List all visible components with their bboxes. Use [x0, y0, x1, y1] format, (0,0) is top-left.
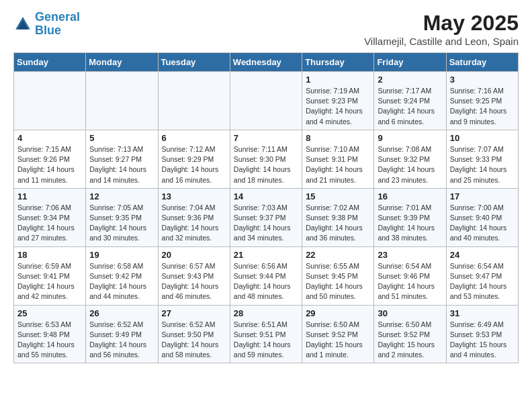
th-monday: Monday — [86, 53, 158, 72]
day-number: 1 — [306, 75, 370, 85]
calendar-cell-w3-d2: 12Sunrise: 7:05 AM Sunset: 9:35 PM Dayli… — [86, 188, 158, 246]
logo-text: General Blue — [35, 11, 80, 38]
day-number: 21 — [234, 250, 298, 260]
logo: General Blue — [13, 11, 80, 38]
day-info: Sunrise: 7:02 AM Sunset: 9:38 PM Dayligh… — [306, 203, 370, 244]
th-tuesday: Tuesday — [158, 53, 230, 72]
calendar-cell-w2-d6: 9Sunrise: 7:08 AM Sunset: 9:32 PM Daylig… — [374, 130, 446, 188]
day-number: 27 — [162, 308, 226, 318]
day-info: Sunrise: 7:16 AM Sunset: 9:25 PM Dayligh… — [450, 86, 515, 127]
day-info: Sunrise: 7:07 AM Sunset: 9:33 PM Dayligh… — [450, 144, 515, 185]
day-number: 3 — [450, 75, 515, 85]
logo-line1: General — [35, 10, 80, 24]
calendar: Sunday Monday Tuesday Wednesday Thursday… — [13, 52, 519, 363]
calendar-cell-w2-d7: 10Sunrise: 7:07 AM Sunset: 9:33 PM Dayli… — [446, 130, 518, 188]
calendar-cell-w2-d1: 4Sunrise: 7:15 AM Sunset: 9:26 PM Daylig… — [14, 130, 86, 188]
day-number: 11 — [17, 191, 82, 201]
day-info: Sunrise: 7:11 AM Sunset: 9:30 PM Dayligh… — [234, 144, 298, 185]
day-info: Sunrise: 7:12 AM Sunset: 9:29 PM Dayligh… — [162, 144, 226, 185]
day-number: 5 — [89, 133, 154, 143]
day-number: 17 — [450, 191, 515, 201]
calendar-cell-w2-d5: 8Sunrise: 7:10 AM Sunset: 9:31 PM Daylig… — [302, 130, 374, 188]
day-info: Sunrise: 7:04 AM Sunset: 9:36 PM Dayligh… — [162, 203, 226, 244]
title-block: May 2025 Villamejil, Castille and Leon, … — [364, 11, 519, 47]
calendar-cell-w3-d7: 17Sunrise: 7:00 AM Sunset: 9:40 PM Dayli… — [446, 188, 518, 246]
calendar-cell-w4-d5: 22Sunrise: 6:55 AM Sunset: 9:45 PM Dayli… — [302, 246, 374, 305]
calendar-cell-w4-d4: 21Sunrise: 6:56 AM Sunset: 9:44 PM Dayli… — [230, 246, 302, 305]
calendar-week-1: 1Sunrise: 7:19 AM Sunset: 9:23 PM Daylig… — [14, 72, 519, 130]
calendar-cell-w5-d4: 28Sunrise: 6:51 AM Sunset: 9:51 PM Dayli… — [230, 305, 302, 363]
day-info: Sunrise: 6:49 AM Sunset: 9:53 PM Dayligh… — [450, 320, 515, 361]
day-info: Sunrise: 7:15 AM Sunset: 9:26 PM Dayligh… — [17, 144, 82, 185]
day-number: 18 — [17, 250, 82, 260]
day-info: Sunrise: 7:05 AM Sunset: 9:35 PM Dayligh… — [89, 203, 154, 244]
day-info: Sunrise: 6:56 AM Sunset: 9:44 PM Dayligh… — [234, 261, 298, 302]
calendar-cell-w5-d5: 29Sunrise: 6:50 AM Sunset: 9:52 PM Dayli… — [302, 305, 374, 363]
calendar-cell-w1-d2 — [86, 72, 158, 130]
calendar-cell-w5-d2: 26Sunrise: 6:52 AM Sunset: 9:49 PM Dayli… — [86, 305, 158, 363]
day-number: 6 — [162, 133, 226, 143]
calendar-cell-w4-d7: 24Sunrise: 6:54 AM Sunset: 9:47 PM Dayli… — [446, 246, 518, 305]
calendar-cell-w3-d5: 15Sunrise: 7:02 AM Sunset: 9:38 PM Dayli… — [302, 188, 374, 246]
day-info: Sunrise: 7:00 AM Sunset: 9:40 PM Dayligh… — [450, 203, 515, 244]
calendar-cell-w1-d5: 1Sunrise: 7:19 AM Sunset: 9:23 PM Daylig… — [302, 72, 374, 130]
day-number: 4 — [17, 133, 82, 143]
day-info: Sunrise: 7:06 AM Sunset: 9:34 PM Dayligh… — [17, 203, 82, 244]
calendar-week-2: 4Sunrise: 7:15 AM Sunset: 9:26 PM Daylig… — [14, 130, 519, 188]
day-number: 14 — [234, 191, 298, 201]
day-info: Sunrise: 6:54 AM Sunset: 9:46 PM Dayligh… — [378, 261, 442, 302]
calendar-cell-w3-d6: 16Sunrise: 7:01 AM Sunset: 9:39 PM Dayli… — [374, 188, 446, 246]
day-info: Sunrise: 7:03 AM Sunset: 9:37 PM Dayligh… — [234, 203, 298, 244]
th-saturday: Saturday — [446, 53, 518, 72]
day-info: Sunrise: 6:52 AM Sunset: 9:50 PM Dayligh… — [162, 320, 226, 361]
day-number: 9 — [378, 133, 442, 143]
month-title: May 2025 — [364, 11, 519, 36]
day-number: 8 — [306, 133, 370, 143]
day-info: Sunrise: 7:13 AM Sunset: 9:27 PM Dayligh… — [89, 144, 154, 185]
day-number: 12 — [89, 191, 154, 201]
day-number: 20 — [162, 250, 226, 260]
day-number: 30 — [378, 308, 442, 318]
calendar-cell-w3-d1: 11Sunrise: 7:06 AM Sunset: 9:34 PM Dayli… — [14, 188, 86, 246]
day-info: Sunrise: 6:52 AM Sunset: 9:49 PM Dayligh… — [89, 320, 154, 361]
day-info: Sunrise: 6:53 AM Sunset: 9:48 PM Dayligh… — [17, 320, 82, 361]
calendar-cell-w1-d6: 2Sunrise: 7:17 AM Sunset: 9:24 PM Daylig… — [374, 72, 446, 130]
calendar-cell-w5-d3: 27Sunrise: 6:52 AM Sunset: 9:50 PM Dayli… — [158, 305, 230, 363]
calendar-cell-w3-d4: 14Sunrise: 7:03 AM Sunset: 9:37 PM Dayli… — [230, 188, 302, 246]
day-info: Sunrise: 7:01 AM Sunset: 9:39 PM Dayligh… — [378, 203, 442, 244]
day-number: 13 — [162, 191, 226, 201]
day-number: 28 — [234, 308, 298, 318]
calendar-cell-w2-d3: 6Sunrise: 7:12 AM Sunset: 9:29 PM Daylig… — [158, 130, 230, 188]
day-info: Sunrise: 7:08 AM Sunset: 9:32 PM Dayligh… — [378, 144, 442, 185]
header-row: Sunday Monday Tuesday Wednesday Thursday… — [14, 53, 519, 72]
day-info: Sunrise: 7:10 AM Sunset: 9:31 PM Dayligh… — [306, 144, 370, 185]
day-number: 26 — [89, 308, 154, 318]
calendar-cell-w1-d3 — [158, 72, 230, 130]
day-number: 10 — [450, 133, 515, 143]
day-number: 19 — [89, 250, 154, 260]
day-number: 29 — [306, 308, 370, 318]
day-number: 2 — [378, 75, 442, 85]
calendar-cell-w4-d2: 19Sunrise: 6:58 AM Sunset: 9:42 PM Dayli… — [86, 246, 158, 305]
day-info: Sunrise: 6:50 AM Sunset: 9:52 PM Dayligh… — [378, 320, 442, 361]
day-info: Sunrise: 7:17 AM Sunset: 9:24 PM Dayligh… — [378, 86, 442, 127]
th-friday: Friday — [374, 53, 446, 72]
day-number: 23 — [378, 250, 442, 260]
day-number: 16 — [378, 191, 442, 201]
th-wednesday: Wednesday — [230, 53, 302, 72]
day-info: Sunrise: 6:57 AM Sunset: 9:43 PM Dayligh… — [162, 261, 226, 302]
th-thursday: Thursday — [302, 53, 374, 72]
page: General Blue May 2025 Villamejil, Castil… — [0, 0, 532, 374]
day-number: 22 — [306, 250, 370, 260]
day-info: Sunrise: 6:54 AM Sunset: 9:47 PM Dayligh… — [450, 261, 515, 302]
calendar-cell-w1-d4 — [230, 72, 302, 130]
calendar-cell-w1-d7: 3Sunrise: 7:16 AM Sunset: 9:25 PM Daylig… — [446, 72, 518, 130]
day-number: 24 — [450, 250, 515, 260]
day-number: 31 — [450, 308, 515, 318]
day-info: Sunrise: 6:55 AM Sunset: 9:45 PM Dayligh… — [306, 261, 370, 302]
calendar-week-3: 11Sunrise: 7:06 AM Sunset: 9:34 PM Dayli… — [14, 188, 519, 246]
day-number: 15 — [306, 191, 370, 201]
logo-icon — [13, 15, 32, 34]
calendar-cell-w4-d6: 23Sunrise: 6:54 AM Sunset: 9:46 PM Dayli… — [374, 246, 446, 305]
calendar-cell-w3-d3: 13Sunrise: 7:04 AM Sunset: 9:36 PM Dayli… — [158, 188, 230, 246]
